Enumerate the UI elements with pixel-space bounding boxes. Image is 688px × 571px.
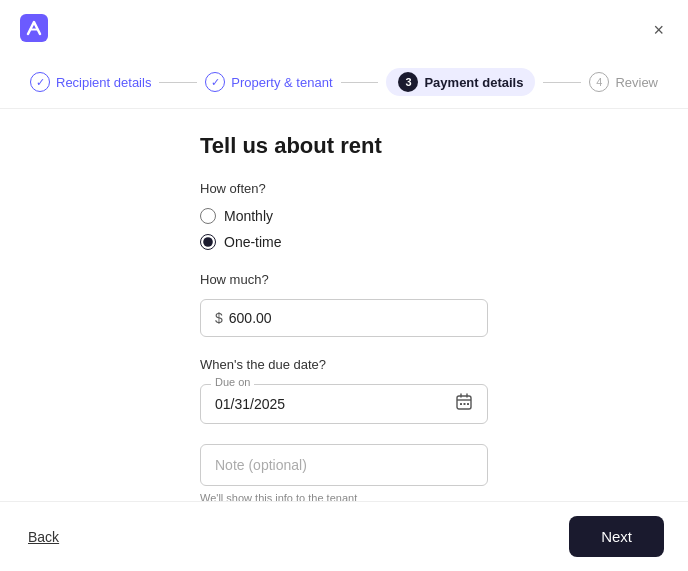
date-value: 01/31/2025 [215,396,285,412]
due-on-float-label: Due on [211,376,254,388]
step-connector-2 [341,82,379,83]
svg-rect-4 [467,403,469,405]
note-input[interactable]: Note (optional) [200,444,488,486]
currency-symbol: $ [215,310,223,326]
step-review: 4 Review [589,72,658,92]
radio-one-time-label: One-time [224,234,282,250]
frequency-label: How often? [200,181,488,196]
radio-monthly-label: Monthly [224,208,273,224]
radio-one-time-input[interactable] [200,234,216,250]
radio-monthly[interactable]: Monthly [200,208,488,224]
svg-rect-0 [20,14,48,42]
page-title: Tell us about rent [200,133,488,159]
amount-label: How much? [200,272,488,287]
step-recipient: ✓ Recipient details [30,72,151,92]
app-logo [20,14,48,46]
close-button[interactable]: × [649,17,668,43]
svg-rect-1 [457,396,471,409]
stepper: ✓ Recipient details ✓ Property & tenant … [0,56,688,109]
due-date-label: When's the due date? [200,357,488,372]
back-button[interactable]: Back [24,525,63,549]
note-hint: We'll show this info to the tenant [200,492,488,501]
form-content: Tell us about rent How often? Monthly On… [0,109,688,501]
note-section: Note (optional) We'll show this info to … [200,444,488,501]
step-payment: 3 Payment details [386,68,535,96]
svg-rect-3 [464,403,466,405]
step-label-review: Review [615,75,658,90]
svg-rect-2 [460,403,462,405]
amount-section: How much? $ [200,272,488,337]
modal-header: × [0,0,688,56]
amount-input-box[interactable]: $ [200,299,488,337]
modal-container: × ✓ Recipient details ✓ Property & tenan… [0,0,688,571]
step-property: ✓ Property & tenant [205,72,332,92]
radio-one-time[interactable]: One-time [200,234,488,250]
step-icon-review: 4 [589,72,609,92]
footer: Back Next [0,501,688,571]
date-input-wrapper[interactable]: Due on 01/31/2025 [200,384,488,424]
step-icon-property: ✓ [205,72,225,92]
radio-monthly-input[interactable] [200,208,216,224]
step-icon-recipient: ✓ [30,72,50,92]
frequency-radio-group: Monthly One-time [200,208,488,250]
step-connector-1 [159,82,197,83]
amount-input[interactable] [229,310,473,326]
due-date-section: When's the due date? Due on 01/31/2025 [200,357,488,424]
step-label-recipient: Recipient details [56,75,151,90]
next-button[interactable]: Next [569,516,664,557]
calendar-icon [455,393,473,415]
step-icon-payment: 3 [398,72,418,92]
step-label-property: Property & tenant [231,75,332,90]
step-label-payment: Payment details [424,75,523,90]
date-input-inner: 01/31/2025 [215,393,473,415]
step-connector-3 [543,82,581,83]
